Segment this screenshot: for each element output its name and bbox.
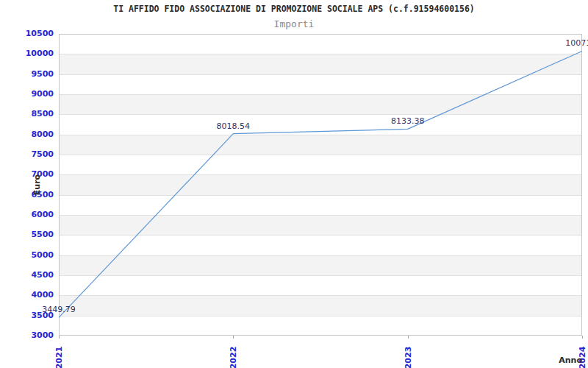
chart-subtitle: Importi <box>0 18 588 29</box>
x-tick-mark <box>233 336 234 339</box>
x-tick-mark <box>59 336 60 339</box>
x-axis-label: Anno <box>559 355 582 365</box>
y-tick-label: 10000 <box>0 49 54 59</box>
y-tick-label: 5500 <box>0 230 54 240</box>
x-tick-mark <box>582 336 583 339</box>
y-tick-label: 6500 <box>0 190 54 200</box>
y-tick-label: 9000 <box>0 89 54 99</box>
y-tick-label: 4000 <box>0 290 54 300</box>
y-tick-label: 3000 <box>0 330 54 341</box>
x-tick-mark <box>408 336 409 339</box>
y-tick-label: 4500 <box>0 270 54 280</box>
y-tick-label: 8500 <box>0 109 54 119</box>
data-point-label: 8018.54 <box>217 121 251 131</box>
y-tick-label: 5000 <box>0 250 54 261</box>
chart-title: TI AFFIDO FIDO ASSOCIAZIONE DI PROMOZION… <box>0 4 588 14</box>
line-chart-canvas <box>59 34 582 336</box>
y-tick-label: 7500 <box>0 149 54 160</box>
data-point-label: 8133.38 <box>391 116 425 126</box>
data-point-label: 10071.3 <box>565 38 588 48</box>
data-point-label: 3449.79 <box>42 305 76 314</box>
trend-line <box>59 51 582 317</box>
y-tick-label: 9500 <box>0 69 54 79</box>
y-tick-label: 8000 <box>0 130 54 140</box>
y-tick-label: 7000 <box>0 169 54 180</box>
y-tick-label: 6000 <box>0 210 54 220</box>
y-tick-label: 10500 <box>0 29 54 39</box>
